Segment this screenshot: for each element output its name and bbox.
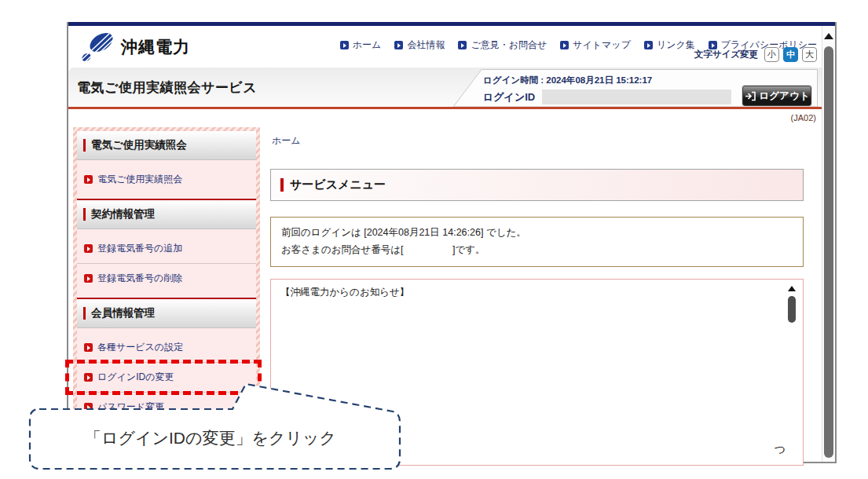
service-menu-title: サービスメニュー	[290, 177, 386, 192]
scroll-up-icon[interactable]	[788, 286, 796, 291]
scroll-up-icon[interactable]	[824, 33, 833, 39]
nav-item-contact[interactable]: ご意見・お問合せ	[458, 38, 547, 52]
font-size-large-button[interactable]: 大	[802, 47, 817, 62]
nav-item-label: 会社情報	[407, 38, 445, 52]
window-right-border	[835, 22, 837, 463]
sidebar-item-label: 各種サービスの設定	[97, 341, 183, 354]
arrow-bullet-icon	[84, 373, 93, 382]
sidebar-item-label: 登録電気番号の追加	[97, 242, 182, 255]
nav-item-company-info[interactable]: 会社情報	[394, 38, 445, 52]
login-time: ログイン時間 : 2024年08月21日 15:12:17	[483, 75, 652, 86]
inquiry-number-text: お客さまのお問合せ番号は[ ]です。	[281, 242, 793, 259]
arrow-bullet-icon	[84, 343, 93, 352]
arrow-bullet-icon	[458, 41, 467, 49]
arrow-bullet-icon	[644, 41, 653, 49]
nav-item-label: リンク集	[657, 38, 695, 52]
login-time-value: 2024年08月21日 15:12:17	[546, 75, 652, 85]
nav-item-label: サイトマップ	[573, 38, 631, 52]
logout-button[interactable]: ログアウト	[742, 86, 811, 106]
login-id-field[interactable]	[542, 90, 731, 104]
sidebar-item-service-settings[interactable]: 各種サービスの設定	[77, 333, 256, 362]
okinawa-electric-swoosh-icon	[79, 31, 115, 64]
clipped-notice-text: つ	[775, 443, 786, 457]
red-bar-icon	[83, 307, 86, 320]
nav-item-label: ご意見・お問合せ	[471, 38, 547, 52]
arrow-bullet-icon	[84, 244, 93, 253]
brand-logo: 沖縄電力	[79, 31, 190, 64]
sidebar-section-contract-info: 契約情報管理	[77, 200, 256, 229]
red-bar-icon	[83, 208, 86, 221]
nav-item-label: ホーム	[353, 38, 382, 52]
nav-item-home[interactable]: ホーム	[340, 38, 382, 52]
sidebar-section-title: 会員情報管理	[91, 306, 155, 320]
sidebar-section-member-info: 会員情報管理	[77, 299, 256, 328]
callout-text: 「ログインIDの変更」をクリック	[38, 411, 383, 466]
red-bar-icon	[83, 139, 86, 152]
brand-name: 沖縄電力	[121, 36, 190, 58]
last-login-text: 前回のログインは [2024年08月21日 14:26:26] でした。	[281, 225, 793, 242]
page-code: (JA02)	[791, 113, 816, 122]
sidebar-item-change-login-id[interactable]: ログインIDの変更	[77, 362, 256, 392]
sidebar-section-usage-inquiry: 電気ご使用実績照会	[77, 131, 256, 160]
notice-scroll-thumb[interactable]	[788, 296, 796, 323]
login-info-box: 前回のログインは [2024年08月21日 14:26:26] でした。 お客さ…	[270, 217, 804, 267]
arrow-bullet-icon	[340, 41, 349, 49]
login-id-label: ログインID	[483, 90, 535, 104]
nav-item-sitemap[interactable]: サイトマップ	[560, 38, 631, 52]
sidebar-items-group: 電気ご使用実績照会	[77, 160, 256, 199]
service-menu-heading: サービスメニュー	[270, 169, 804, 201]
sidebar-menu: 電気ご使用実績照会 電気ご使用実績照会 契約情報管理 登録電気番号の追加	[73, 127, 260, 448]
font-size-label: 文字サイズ変更	[694, 49, 758, 60]
sidebar-item-add-electric-number[interactable]: 登録電気番号の追加	[77, 234, 256, 263]
notice-scrollbar	[786, 286, 797, 323]
sidebar-section-title: 契約情報管理	[91, 207, 155, 221]
nav-item-links[interactable]: リンク集	[644, 38, 695, 52]
red-bar-icon	[280, 178, 284, 192]
sidebar-items-group: 登録電気番号の追加 登録電気番号の削除	[77, 229, 256, 298]
notice-title: 【沖縄電力からのお知らせ】	[271, 280, 803, 305]
sidebar-item-label: ログインIDの変更	[97, 371, 174, 384]
arrow-bullet-icon	[394, 41, 403, 49]
sidebar-item-usage-inquiry[interactable]: 電気ご使用実績照会	[77, 165, 256, 194]
window-top-border	[67, 22, 837, 26]
sidebar-item-delete-electric-number[interactable]: 登録電気番号の削除	[77, 263, 256, 293]
sidebar-item-label: 電気ご使用実績照会	[97, 173, 182, 186]
font-size-controls: 文字サイズ変更 小 中 大	[694, 47, 817, 62]
breadcrumb[interactable]: ホーム	[272, 134, 301, 148]
font-size-medium-button[interactable]: 中	[783, 47, 798, 62]
arrow-bullet-icon	[560, 41, 569, 49]
sidebar-section-title: 電気ご使用実績照会	[91, 138, 187, 152]
font-size-small-button[interactable]: 小	[764, 47, 779, 62]
red-divider-rule	[68, 107, 822, 109]
service-page-window: 沖縄電力 ホーム 会社情報 ご意見・お問合せ サイトマップ リンク集 プライバシ…	[67, 22, 837, 463]
page-title: 電気ご使用実績照会サービス	[77, 68, 257, 107]
logout-label: ログアウト	[760, 90, 810, 103]
sidebar-item-label: 登録電気番号の削除	[97, 272, 182, 285]
login-time-label: ログイン時間 :	[483, 75, 544, 85]
main-scrollbar[interactable]	[822, 26, 835, 462]
arrow-bullet-icon	[84, 274, 93, 283]
logout-icon	[745, 91, 756, 101]
scroll-thumb[interactable]	[824, 46, 833, 458]
arrow-bullet-icon	[84, 175, 93, 184]
